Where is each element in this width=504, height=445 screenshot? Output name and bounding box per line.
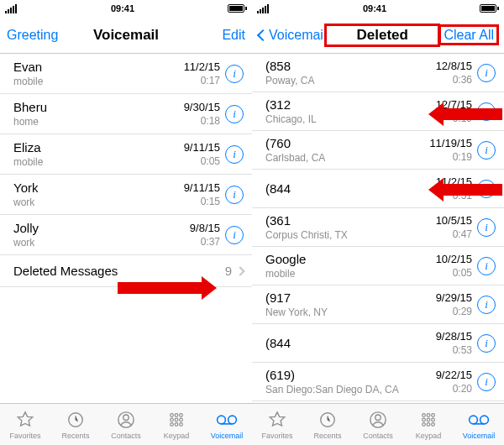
- annotation-arrow: [428, 104, 502, 124]
- svg-point-26: [432, 422, 435, 426]
- deleted-row[interactable]: Googlemobile10/2/150:05i: [252, 247, 504, 285]
- svg-point-21: [423, 418, 426, 421]
- tab-keypad[interactable]: Keypad: [151, 404, 202, 445]
- voicemail-row[interactable]: Elizamobile9/11/150:05i: [0, 134, 252, 175]
- back-label: Voicemail: [269, 28, 326, 43]
- svg-point-18: [423, 413, 426, 416]
- tab-voicemail[interactable]: Voicemail: [454, 404, 504, 445]
- voicemail-icon: [468, 410, 490, 430]
- nav-bar: Greeting Voicemail Edit: [0, 17, 252, 54]
- caller-name: Evan: [13, 60, 184, 74]
- info-icon[interactable]: i: [477, 218, 496, 237]
- date: 10/2/15: [436, 253, 472, 265]
- edit-button[interactable]: Edit: [186, 28, 245, 43]
- duration: 0:53: [453, 344, 472, 356]
- svg-point-6: [171, 418, 174, 421]
- svg-point-20: [432, 413, 435, 416]
- keypad-icon: [167, 410, 186, 430]
- svg-point-12: [218, 416, 226, 424]
- nav-title: Deleted: [326, 25, 438, 45]
- date: 9/22/15: [436, 369, 472, 381]
- voicemail-row[interactable]: Bheruhome9/30/150:18i: [0, 94, 252, 134]
- tab-favorites[interactable]: Favorites: [252, 404, 302, 445]
- tab-bar: FavoritesRecentsContactsKeypadVoicemail: [0, 403, 252, 445]
- caller-name: (844: [265, 336, 436, 350]
- caller-name: York: [13, 181, 184, 195]
- date: 9/28/15: [436, 330, 472, 343]
- duration: 0:37: [201, 236, 220, 248]
- caller-name: Google: [265, 252, 436, 266]
- duration: 0:20: [453, 383, 472, 395]
- tab-contacts[interactable]: Contacts: [101, 404, 151, 445]
- caller-sub: mobile: [265, 268, 436, 280]
- info-icon[interactable]: i: [477, 296, 496, 314]
- clear-all-button[interactable]: Clear All: [438, 28, 497, 43]
- duration: 0:05: [201, 155, 220, 167]
- tab-keypad[interactable]: Keypad: [403, 404, 454, 445]
- caller-sub: Corpus Christi, TX: [265, 229, 436, 241]
- caller-name: (760: [265, 136, 429, 150]
- deleted-row[interactable]: (8449/28/150:53i: [252, 324, 504, 363]
- caller-sub: New York, NY: [265, 306, 436, 318]
- date: 9/8/15: [190, 222, 220, 234]
- clock: 09:41: [111, 3, 134, 13]
- battery-icon: [228, 4, 247, 13]
- tab-recents[interactable]: Recents: [50, 404, 101, 445]
- duration: 0:15: [201, 196, 220, 207]
- date: 9/11/15: [184, 181, 220, 194]
- voicemail-row[interactable]: Evanmobile11/2/150:17i: [0, 54, 252, 94]
- greeting-button[interactable]: Greeting: [7, 28, 66, 43]
- annotation-arrow: [118, 278, 217, 298]
- tab-label: Favorites: [261, 432, 292, 440]
- clear-all-label: Clear All: [440, 26, 497, 44]
- duration: 0:29: [453, 306, 472, 317]
- duration: 0:36: [453, 74, 472, 86]
- caller-name: (917: [265, 291, 436, 305]
- info-icon[interactable]: i: [477, 334, 496, 353]
- info-icon[interactable]: i: [477, 141, 496, 160]
- caller-sub: mobile: [13, 76, 184, 87]
- tab-voicemail[interactable]: Voicemail: [202, 404, 252, 445]
- deleted-label: Deleted Messages: [13, 264, 225, 278]
- caller-name: (844: [265, 181, 436, 196]
- svg-point-17: [375, 415, 381, 420]
- caller-sub: work: [13, 237, 190, 249]
- svg-point-8: [180, 418, 183, 421]
- caller-name: Eliza: [13, 140, 184, 154]
- caller-name: (619): [265, 368, 436, 382]
- info-icon[interactable]: i: [477, 257, 496, 275]
- voicemail-icon: [216, 410, 238, 430]
- contacts-icon: [369, 410, 387, 430]
- caller-name: Bheru: [13, 100, 184, 114]
- duration: 0:47: [453, 228, 472, 240]
- deleted-row[interactable]: (760Carlsbad, CA11/19/150:19i: [252, 131, 504, 170]
- tab-recents[interactable]: Recents: [302, 404, 353, 445]
- svg-point-4: [175, 413, 178, 416]
- caller-name: (312: [265, 97, 436, 112]
- info-icon[interactable]: i: [225, 65, 244, 83]
- tab-favorites[interactable]: Favorites: [0, 404, 50, 445]
- duration: 0:19: [453, 151, 472, 163]
- info-icon[interactable]: i: [225, 226, 244, 244]
- status-bar: 09:41: [252, 0, 504, 17]
- info-icon[interactable]: i: [477, 64, 496, 82]
- info-icon[interactable]: i: [477, 373, 496, 391]
- svg-point-19: [427, 413, 430, 416]
- tab-contacts[interactable]: Contacts: [353, 404, 403, 445]
- deleted-row[interactable]: (619)San Diego:San Diego DA, CA9/22/150:…: [252, 363, 504, 401]
- voicemail-row[interactable]: Jollywork9/8/150:37i: [0, 215, 252, 255]
- deleted-row[interactable]: (361Corpus Christi, TX10/5/150:47i: [252, 208, 504, 247]
- clock: 09:41: [363, 3, 386, 13]
- info-icon[interactable]: i: [225, 145, 244, 164]
- caller-name: (361: [265, 213, 436, 228]
- date: 10/5/15: [436, 214, 472, 227]
- deleted-row[interactable]: (858Poway, CA12/8/150:36i: [252, 54, 504, 92]
- signal-icon: [257, 3, 270, 13]
- info-icon[interactable]: i: [225, 186, 244, 204]
- info-icon[interactable]: i: [225, 105, 244, 123]
- voicemail-row[interactable]: Yorkwork9/11/150:15i: [0, 175, 252, 215]
- caller-sub: Poway, CA: [265, 75, 436, 86]
- deleted-row[interactable]: (917New York, NY9/29/150:29i: [252, 285, 504, 324]
- back-button[interactable]: Voicemail: [259, 28, 326, 43]
- caller-sub: San Diego:San Diego DA, CA: [265, 384, 436, 395]
